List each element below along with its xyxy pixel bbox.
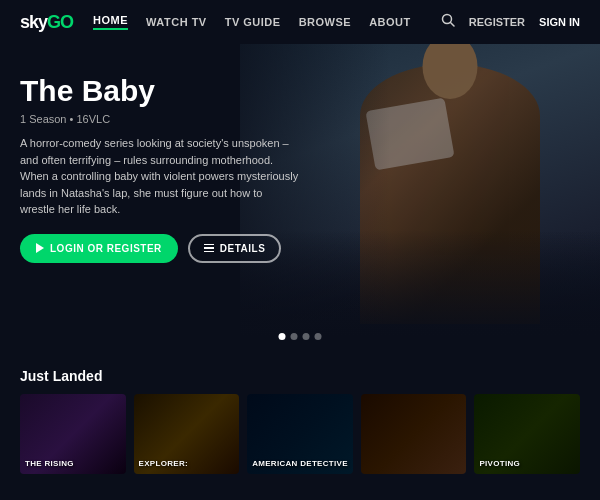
thumb-label-2: EXPLORER: bbox=[139, 459, 188, 469]
just-landed-title: Just Landed bbox=[20, 368, 580, 384]
nav-about[interactable]: ABOUT bbox=[369, 16, 411, 28]
thumb-bg-4 bbox=[361, 394, 467, 474]
thumbnail-3[interactable]: AMERICAN DETECTIVE bbox=[247, 394, 353, 474]
thumbnail-1[interactable]: THE RISING bbox=[20, 394, 126, 474]
thumbnail-2[interactable]: EXPLORER: bbox=[134, 394, 240, 474]
hero-meta: 1 Season • 16VLC bbox=[20, 113, 300, 125]
hero-title: The Baby bbox=[20, 74, 300, 107]
hero-buttons: LOGIN OR REGISTER DETAILS bbox=[20, 234, 300, 263]
thumbnails-row: THE RISING EXPLORER: AMERICAN DETECTIVE … bbox=[20, 394, 580, 474]
hero-description: A horror-comedy series looking at societ… bbox=[20, 135, 300, 218]
nav-signin[interactable]: SIGN IN bbox=[539, 16, 580, 28]
nav-home[interactable]: HOME bbox=[93, 14, 128, 30]
nav-tv-guide[interactable]: TV GUIDE bbox=[225, 16, 281, 28]
logo-go: GO bbox=[47, 12, 73, 33]
play-icon bbox=[36, 243, 44, 253]
nav-watch-tv[interactable]: WATCH TV bbox=[146, 16, 207, 28]
just-landed-section: Just Landed THE RISING EXPLORER: AMERICA… bbox=[0, 354, 600, 474]
svg-line-1 bbox=[450, 23, 454, 27]
logo[interactable]: skyGO bbox=[20, 12, 73, 33]
details-button[interactable]: DETAILS bbox=[188, 234, 282, 263]
thumbnail-4[interactable] bbox=[361, 394, 467, 474]
list-icon bbox=[204, 244, 214, 253]
thumb-label-3: AMERICAN DETECTIVE bbox=[252, 459, 348, 469]
dot-4[interactable] bbox=[315, 333, 322, 340]
nav-links: HOME WATCH TV TV GUIDE BROWSE ABOUT bbox=[93, 14, 441, 30]
nav-actions: REGISTER SIGN IN bbox=[441, 13, 580, 31]
hero-dots bbox=[279, 333, 322, 340]
login-register-button[interactable]: LOGIN OR REGISTER bbox=[20, 234, 178, 263]
hero-content: The Baby 1 Season • 16VLC A horror-comed… bbox=[20, 74, 300, 263]
nav-browse[interactable]: BROWSE bbox=[299, 16, 352, 28]
dot-3[interactable] bbox=[303, 333, 310, 340]
dot-1[interactable] bbox=[279, 333, 286, 340]
thumb-label-5: Pivoting bbox=[479, 459, 520, 469]
hero-section: The Baby 1 Season • 16VLC A horror-comed… bbox=[0, 44, 600, 354]
navbar: skyGO HOME WATCH TV TV GUIDE BROWSE ABOU… bbox=[0, 0, 600, 44]
logo-sky: sky bbox=[20, 12, 47, 33]
thumbnail-5[interactable]: Pivoting bbox=[474, 394, 580, 474]
search-icon[interactable] bbox=[441, 13, 455, 31]
dot-2[interactable] bbox=[291, 333, 298, 340]
nav-register[interactable]: REGISTER bbox=[469, 16, 525, 28]
thumb-label-1: THE RISING bbox=[25, 459, 74, 469]
